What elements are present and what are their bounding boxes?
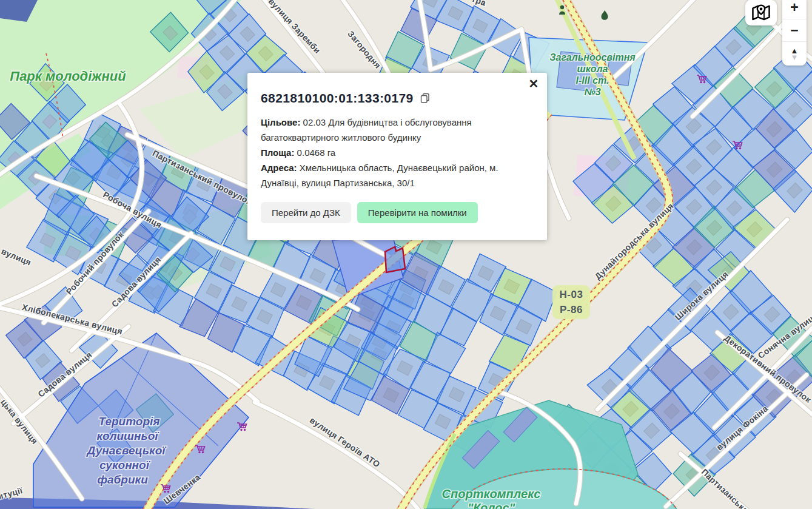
field-area: Площа: 0.0468 га xyxy=(261,145,528,160)
map-label: фабрики xyxy=(97,473,148,486)
map-label: І-ІІІ ст. xyxy=(576,75,609,86)
app-window: Парк молодіжнийЗагальноосвітняшколаІ-ІІІ… xyxy=(0,0,812,509)
field-address: Адреса: Хмельницька область, Дунаєвецьки… xyxy=(261,160,528,190)
map-label: школа xyxy=(577,64,608,74)
road-shield-line1: Н-03 xyxy=(560,287,583,302)
map-label: Дунаєвецької xyxy=(86,444,167,457)
map-label: Загальноосвітня xyxy=(549,52,636,62)
map-label: Спорткомплекс xyxy=(442,487,541,501)
map-label: Територія xyxy=(99,415,160,428)
map-label: "Колос" xyxy=(468,501,515,509)
field-purpose: Цільове: 02.03 Для будівництва і обслуго… xyxy=(261,115,528,145)
parcel-info-popup: ✕ 6821810100:01:133:0179 Цільове: 02.03 … xyxy=(247,73,547,240)
close-icon[interactable]: ✕ xyxy=(525,75,542,92)
map-label: колишньої xyxy=(96,430,159,442)
map-label: №3 xyxy=(584,87,600,97)
map-label: Парк молодіжний xyxy=(10,69,126,84)
zoom-out-button[interactable]: − xyxy=(782,19,807,41)
parcel-id: 6821810100:01:133:0179 xyxy=(261,91,414,106)
layers-map-button[interactable] xyxy=(745,0,777,25)
map-pin-icon xyxy=(751,4,771,22)
tilt-down-icon: ▼ xyxy=(791,54,799,61)
copy-icon[interactable] xyxy=(420,93,430,104)
selected-parcel xyxy=(385,247,405,272)
parcel-fields: Цільове: 02.03 Для будівництва і обслуго… xyxy=(261,115,528,190)
check-errors-button[interactable]: Перевірити на помилки xyxy=(357,202,478,223)
zoom-control: + − ▲ ▼ xyxy=(782,0,807,66)
map-label: суконної xyxy=(99,459,151,471)
road-shield: Н-03 Р-86 xyxy=(552,285,590,319)
zoom-in-button[interactable]: + xyxy=(782,0,807,19)
road-shield-line2: Р-86 xyxy=(560,302,583,317)
tilt-control[interactable]: ▲ ▼ xyxy=(782,41,807,66)
goto-dzk-button[interactable]: Перейти до ДЗК xyxy=(261,202,351,223)
